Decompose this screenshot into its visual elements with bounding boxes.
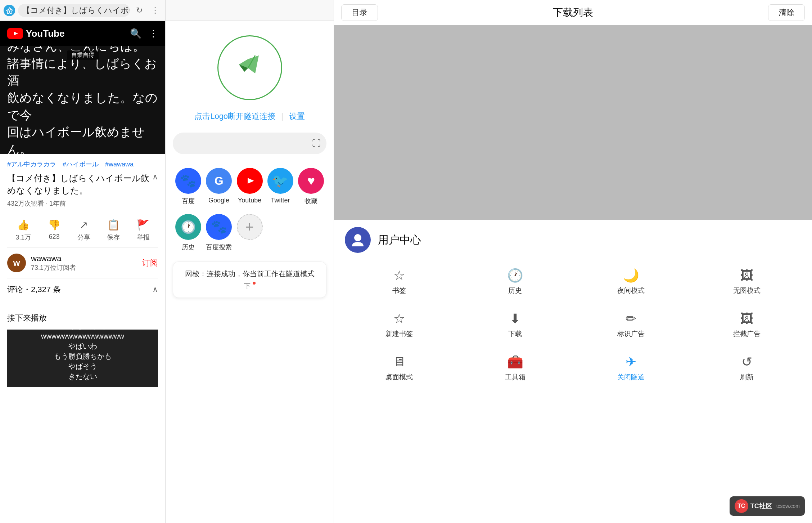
like-button[interactable]: 👍 3.1万 <box>15 219 31 242</box>
telegram-favicon <box>4 5 15 16</box>
favorites-label: 收藏 <box>304 197 317 205</box>
ad-block-icon: 🖼 <box>740 311 753 326</box>
share-button[interactable]: ↗ 分享 <box>77 219 90 242</box>
youtube-video-area[interactable]: 草 えー だろうな やつた— あらら みなさん、こんにちは。諸事情により、しばら… <box>0 46 166 154</box>
shortcut-add[interactable]: + <box>234 214 265 251</box>
shortcut-youtube[interactable]: Youtube <box>234 168 265 205</box>
refresh-icon: ↺ <box>741 354 752 370</box>
history-label: 历史 <box>508 286 522 295</box>
tg-toast-text: 网梭：连接成功，你当前工作在隧道模式 <box>182 269 317 279</box>
left-panel: 【コメ付き】しばらくハイボール飲めな ↻ ⋮ YouTube 🔍 ⋮ 草 <box>0 0 166 523</box>
report-button[interactable]: 🚩 举报 <box>137 219 150 242</box>
shortcut-favorites[interactable]: ♥ 收藏 <box>296 168 326 205</box>
user-item-tools[interactable]: 🧰 工具箱 <box>461 350 569 386</box>
tg-link-row: 点击Logo断开隧道连接 | 设置 <box>194 111 305 122</box>
tools-icon: 🧰 <box>507 354 523 370</box>
channel-row: w wawawa 73.1万位订阅者 订阅 <box>7 248 158 278</box>
desktop-label: 桌面模式 <box>385 372 413 382</box>
user-item-desktop[interactable]: 🖥 桌面模式 <box>345 350 454 386</box>
user-center: 用户中心 ☆ 书签 🕐 历史 🌙 夜间模式 🖼 无图模式 ☆ 新建书签 <box>334 220 812 523</box>
close-tunnel-icon: ✈ <box>626 354 636 370</box>
channel-name: wawawa <box>31 254 142 263</box>
youtube-info: #アル中カラカラ #ハイボール #wawawa 【コメ付き】しばらくハイボール飲… <box>0 154 165 307</box>
baidu-icon: 🐾 <box>175 168 201 194</box>
search-icon[interactable]: 🔍 <box>130 28 141 39</box>
youtube-icon <box>237 168 263 194</box>
browser-bar: 【コメ付き】しばらくハイボール飲めな ↻ ⋮ <box>0 0 165 21</box>
youtube-tags: #アル中カラカラ #ハイボール #wawawa <box>7 160 158 169</box>
tools-label: 工具箱 <box>505 372 525 382</box>
download-list-body <box>334 25 812 220</box>
ad-mark-label: 标识广告 <box>617 329 645 339</box>
shortcut-baidu-search[interactable]: 🐾 百度搜索 <box>203 214 234 251</box>
close-tunnel-label: 关闭隧道 <box>617 372 645 382</box>
refresh-label: 刷新 <box>740 372 754 382</box>
user-item-history[interactable]: 🕐 历史 <box>461 264 569 300</box>
no-image-icon: 🖼 <box>740 268 753 283</box>
desktop-icon: 🖥 <box>393 354 406 370</box>
shortcut-google[interactable]: G Google <box>203 168 234 205</box>
user-center-label: 用户中心 <box>378 233 421 247</box>
night-mode-label: 夜间模式 <box>617 286 645 295</box>
user-item-close-tunnel[interactable]: ✈ 关闭隧道 <box>577 350 685 386</box>
video-badge: 自業自得 <box>67 50 99 60</box>
caption-main: みなさん、こんにちは。諸事情により、しばらくお酒飲めなくなりました。なので今回は… <box>7 46 158 154</box>
channel-avatar: w <box>7 254 26 272</box>
middle-panel: 点击Logo断开隧道连接 | 设置 ⛶ 🐾 百度 G <box>166 0 334 523</box>
youtube-logo-icon <box>7 28 23 39</box>
bookmark-label: 书签 <box>392 286 406 295</box>
youtube-header-icons: 🔍 ⋮ <box>130 28 158 39</box>
tg-settings-link[interactable]: 设置 <box>289 111 305 122</box>
title-row: 【コメ付き】しばらくハイボール飲めなくなりました。 ∧ <box>7 172 158 196</box>
directory-button[interactable]: 目录 <box>341 4 378 21</box>
comments-chevron: ∧ <box>152 285 158 294</box>
download-header: 目录 下载列表 清除 <box>334 0 812 25</box>
new-bookmark-icon: ☆ <box>393 311 405 326</box>
history-icon: 🕐 <box>175 214 201 240</box>
shortcut-twitter[interactable]: 🐦 Twitter <box>265 168 296 205</box>
user-item-no-image[interactable]: 🖼 无图模式 <box>693 264 801 300</box>
night-mode-icon: 🌙 <box>623 268 639 283</box>
user-item-download[interactable]: ⬇ 下载 <box>461 307 569 343</box>
browser-menu-button[interactable]: ⋮ <box>149 4 162 17</box>
telegram-logo-icon <box>235 50 264 86</box>
comments-row[interactable]: 评论・2,327 条 ∧ <box>7 278 158 301</box>
google-icon: G <box>206 168 232 194</box>
svg-marker-1 <box>239 55 259 73</box>
tg-link-text[interactable]: 点击Logo断开隧道连接 <box>194 111 275 122</box>
next-section: 接下来播放 レモンがもったいねー wwwwwwwwwwwwwwwwやばいわもう勝… <box>0 307 165 523</box>
url-text: 【コメ付き】しばらくハイボール飲めな <box>22 5 130 16</box>
more-icon[interactable]: ⋮ <box>149 28 158 39</box>
tc-domain: tcsqw.com <box>776 503 800 509</box>
history-label: 历史 <box>182 243 195 251</box>
user-item-new-bookmark[interactable]: ☆ 新建书签 <box>345 307 454 343</box>
user-item-night-mode[interactable]: 🌙 夜间模式 <box>577 264 685 300</box>
dislike-button[interactable]: 👎 623 <box>48 219 60 242</box>
shortcut-history[interactable]: 🕐 历史 <box>173 214 203 251</box>
shortcut-baidu[interactable]: 🐾 百度 <box>173 168 203 205</box>
baidu-search-icon: 🐾 <box>206 214 232 240</box>
expand-icon: ⛶ <box>312 138 321 148</box>
next-video[interactable]: レモンがもったいねー wwwwwwwwwwwwwwwwやばいわもう勝負勝ちかもや… <box>7 330 158 387</box>
reload-button[interactable]: ↻ <box>133 4 146 17</box>
browser-url-bar[interactable]: 【コメ付き】しばらくハイボール飲めな <box>18 4 130 17</box>
download-label: 下载 <box>508 329 522 339</box>
user-item-refresh[interactable]: ↺ 刷新 <box>693 350 801 386</box>
download-title: 下载列表 <box>378 6 768 19</box>
telegram-logo-circle[interactable] <box>217 35 282 100</box>
user-item-ad-mark[interactable]: ✏ 标识广告 <box>577 307 685 343</box>
user-center-header: 用户中心 <box>345 227 801 253</box>
subscribe-button[interactable]: 订阅 <box>142 258 158 268</box>
user-item-bookmark[interactable]: ☆ 书签 <box>345 264 454 300</box>
telegram-body: 点击Logo断开隧道连接 | 设置 ⛶ 🐾 百度 G <box>166 21 334 523</box>
svg-marker-0 <box>14 32 18 35</box>
expand-icon[interactable]: ∧ <box>152 172 158 182</box>
add-icon: + <box>237 214 263 240</box>
clear-button[interactable]: 清除 <box>768 4 805 21</box>
tg-toast-indicator: 下 <box>182 282 317 290</box>
next-label: 接下来播放 <box>7 307 158 330</box>
user-item-ad-block[interactable]: 🖼 拦截广告 <box>693 307 801 343</box>
twitter-icon: 🐦 <box>267 168 293 194</box>
save-button[interactable]: 📋 保存 <box>107 219 120 242</box>
tg-search-bar[interactable]: ⛶ <box>173 133 326 154</box>
